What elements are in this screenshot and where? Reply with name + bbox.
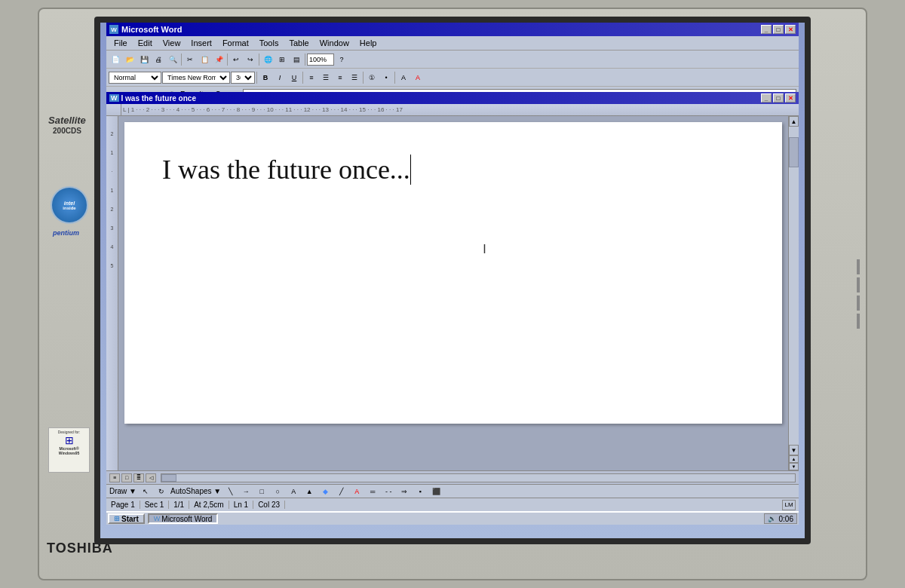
scroll-down-button[interactable]: ▼ xyxy=(789,445,799,455)
h-scroll-thumb[interactable] xyxy=(161,474,176,482)
language-indicator[interactable]: LM xyxy=(782,500,796,510)
menu-window[interactable]: Window xyxy=(315,38,354,48)
justify-button[interactable]: ☰ xyxy=(348,71,361,84)
scroll-thumb[interactable] xyxy=(789,137,799,167)
align-center-button[interactable]: ☰ xyxy=(319,71,333,84)
doc-restore-button[interactable]: □ xyxy=(773,93,784,103)
bullets-button[interactable]: • xyxy=(379,71,393,84)
menu-format[interactable]: Format xyxy=(218,38,253,48)
fill-color-tool[interactable]: ◆ xyxy=(318,485,332,498)
at-status: At 2,5cm xyxy=(189,501,229,509)
redo-button[interactable]: ↪ xyxy=(244,53,257,66)
minimize-button[interactable]: _ xyxy=(761,25,772,34)
line-tool[interactable]: ╲ xyxy=(223,485,237,498)
scroll-extra-2[interactable]: ▼ xyxy=(789,463,799,470)
cut-button[interactable]: ✂ xyxy=(183,53,197,66)
zoom-input[interactable] xyxy=(307,54,334,66)
autoshapes-label[interactable]: AutoShapes ▼ xyxy=(170,487,221,495)
underline-button[interactable]: U xyxy=(287,71,301,84)
font-select[interactable]: Times New Roman xyxy=(162,72,230,84)
save-button[interactable]: 💾 xyxy=(137,53,151,66)
line-color-tool[interactable]: ╱ xyxy=(334,485,348,498)
laptop-brand-label: Satellite 200CDS xyxy=(48,115,86,136)
paste-button[interactable]: 📌 xyxy=(212,53,225,66)
decorative-lines xyxy=(857,259,860,329)
dash-style-tool[interactable]: - - xyxy=(382,485,395,498)
inner-window-area: W I was the future once _ □ ✕ xyxy=(106,92,799,484)
menu-view[interactable]: View xyxy=(158,38,186,48)
web-view-button[interactable]: ◁ xyxy=(146,473,156,482)
outline-view-button[interactable]: □ xyxy=(121,473,132,482)
doc-minimize-button[interactable]: _ xyxy=(761,93,772,103)
bold-button[interactable]: B xyxy=(259,71,272,84)
table-button[interactable]: ⊞ xyxy=(275,53,289,66)
undo-button[interactable]: ↩ xyxy=(229,53,243,66)
arrow-tool[interactable]: → xyxy=(239,485,253,498)
page-view-button[interactable]: ≣ xyxy=(133,473,144,482)
print-button[interactable]: 🖨 xyxy=(152,53,165,66)
screen: W Microsoft Word _ □ ✕ File Edit Vi xyxy=(100,23,805,538)
scroll-up-button[interactable]: ▲ xyxy=(789,116,799,127)
align-right-button[interactable]: ≡ xyxy=(333,71,347,84)
select-tool[interactable]: ↖ xyxy=(139,485,152,498)
menu-table[interactable]: Table xyxy=(284,38,313,48)
desktop: W Microsoft Word _ □ ✕ File Edit Vi xyxy=(100,23,805,538)
line-style-tool[interactable]: ═ xyxy=(366,485,379,498)
ln-status: Ln 1 xyxy=(229,501,253,509)
draw-label[interactable]: Draw ▼ xyxy=(109,487,137,495)
document-text[interactable]: I was the future once... xyxy=(162,152,744,188)
menu-edit[interactable]: Edit xyxy=(133,38,157,48)
open-button[interactable]: 📂 xyxy=(123,53,137,66)
sec-status: Sec 1 xyxy=(140,501,170,509)
font-color-button[interactable]: A xyxy=(411,71,425,84)
font-color-tool2[interactable]: A xyxy=(350,485,364,498)
free-rotate-tool[interactable]: ↻ xyxy=(155,485,168,498)
document-page[interactable]: I was the future once... I xyxy=(124,122,782,424)
status-bar: Page 1 Sec 1 1/1 At 2,5cm Ln 1 Col 23 LM xyxy=(106,498,799,511)
arrow-style-tool[interactable]: ⇒ xyxy=(397,485,411,498)
word-taskbar-button[interactable]: W Microsoft Word xyxy=(148,513,219,524)
menu-insert[interactable]: Insert xyxy=(186,38,216,48)
word-title-bar: W Microsoft Word _ □ ✕ xyxy=(106,23,799,36)
style-select[interactable]: Normal xyxy=(109,72,161,84)
hyperlink-button[interactable]: 🌐 xyxy=(261,53,275,66)
restore-button[interactable]: □ xyxy=(773,25,784,34)
text-cursor xyxy=(410,155,411,185)
highlight-button[interactable]: A xyxy=(397,71,410,84)
copy-button[interactable]: 📋 xyxy=(198,53,211,66)
size-select[interactable]: 36 xyxy=(231,72,255,84)
3d-tool[interactable]: ⬛ xyxy=(429,485,443,498)
shadow-tool[interactable]: ▪ xyxy=(413,485,427,498)
satellite-text: Satellite xyxy=(48,115,86,127)
menu-file[interactable]: File xyxy=(109,38,132,48)
horizontal-scrollbar[interactable] xyxy=(161,473,796,482)
document-title-bar: W I was the future once _ □ ✕ xyxy=(106,92,799,104)
menu-help[interactable]: Help xyxy=(355,38,382,48)
oval-tool[interactable]: ○ xyxy=(271,485,284,498)
columns-button[interactable]: ▤ xyxy=(290,53,303,66)
start-button[interactable]: ⊞ Start xyxy=(108,513,145,524)
numbering-button[interactable]: ① xyxy=(365,71,379,84)
preview-button[interactable]: 🔍 xyxy=(166,53,179,66)
normal-view-button[interactable]: ≡ xyxy=(109,473,120,482)
text-box-tool[interactable]: A xyxy=(287,485,300,498)
insert-image-tool[interactable]: ▲ xyxy=(302,485,316,498)
rect-tool[interactable]: □ xyxy=(255,485,268,498)
help-btn[interactable]: ? xyxy=(335,53,348,66)
intel-badge: intel inside xyxy=(51,186,88,224)
menu-bar: File Edit View Insert Format Tools Table… xyxy=(106,36,799,51)
horizontal-ruler: L | 1 · · · 2 · · · 3 · · · 4 · · · 5 · … xyxy=(106,104,799,116)
col-status: Col 23 xyxy=(253,501,285,509)
drawing-toolbar: Draw ▼ ↖ ↻ AutoShapes ▼ ╲ → □ ○ A ▲ ◆ ╱ … xyxy=(106,484,799,498)
vertical-scrollbar[interactable]: ▲ ▼ ▲ ▼ xyxy=(788,116,799,470)
standard-toolbar: 📄 📂 💾 🖨 🔍 ✂ 📋 📌 ↩ ↪ 🌐 xyxy=(106,51,799,69)
close-button[interactable]: ✕ xyxy=(785,25,796,34)
system-tray: 🔊 0:06 xyxy=(764,513,797,524)
align-left-button[interactable]: ≡ xyxy=(305,71,318,84)
pentium-label: pentium xyxy=(53,229,79,237)
menu-tools[interactable]: Tools xyxy=(255,38,284,48)
italic-button[interactable]: I xyxy=(273,71,287,84)
new-button[interactable]: 📄 xyxy=(109,53,122,66)
scroll-extra-1[interactable]: ▲ xyxy=(789,455,799,463)
doc-close-button[interactable]: ✕ xyxy=(785,93,796,103)
